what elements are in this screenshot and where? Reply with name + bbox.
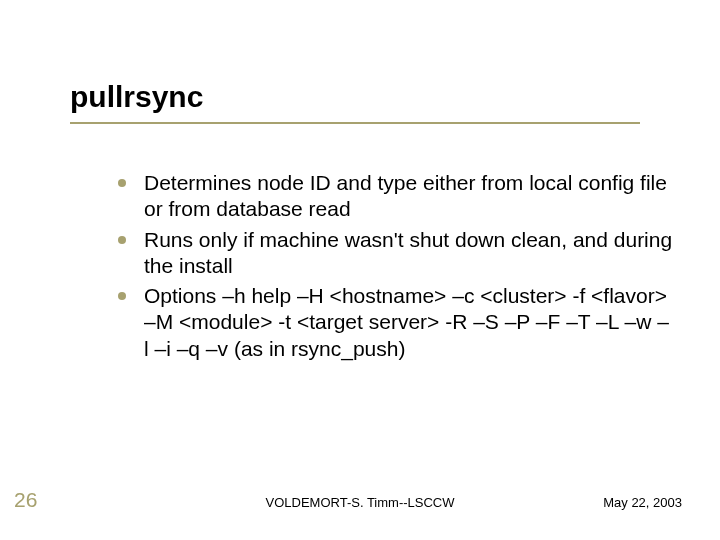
- bullet-icon: [118, 236, 126, 244]
- list-item: Determines node ID and type either from …: [118, 170, 673, 223]
- title-block: pullrsync: [70, 80, 670, 124]
- bullet-list: Determines node ID and type either from …: [118, 170, 673, 366]
- list-item: Runs only if machine wasn't shut down cl…: [118, 227, 673, 280]
- bullet-text: Options –h help –H <hostname> –c <cluste…: [144, 283, 673, 362]
- title-underline: [70, 122, 640, 124]
- list-item: Options –h help –H <hostname> –c <cluste…: [118, 283, 673, 362]
- bullet-icon: [118, 292, 126, 300]
- footer-date: May 22, 2003: [603, 495, 682, 510]
- bullet-icon: [118, 179, 126, 187]
- bullet-text: Runs only if machine wasn't shut down cl…: [144, 227, 673, 280]
- slide-title: pullrsync: [70, 80, 670, 120]
- bullet-text: Determines node ID and type either from …: [144, 170, 673, 223]
